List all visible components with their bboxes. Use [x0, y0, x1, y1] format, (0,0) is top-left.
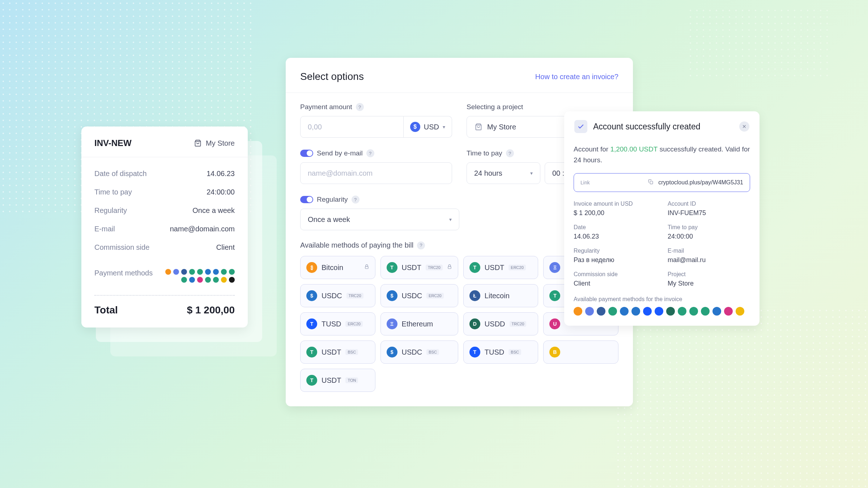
coin-icon: Ξ [387, 318, 397, 329]
time-to-pay-label: Time to pay [467, 149, 502, 157]
help-icon[interactable]: ? [352, 196, 359, 204]
currency-selector[interactable]: $ USD ▾ [404, 116, 452, 138]
summary-row: E-mailname@domain.com [94, 220, 235, 238]
info-value: INV-FUEM75 [668, 209, 750, 217]
coin-icon: $ [387, 290, 397, 301]
time-minutes-value: 00 : [552, 169, 564, 177]
time-to-pay-select[interactable]: 24 hours ▾ [467, 162, 540, 184]
info-value: 24:00:00 [668, 233, 750, 240]
coin-icon [213, 269, 219, 275]
chevron-down-icon: ▾ [530, 170, 533, 176]
regularity-toggle[interactable] [300, 196, 313, 203]
send-email-label: Send by e-mail [317, 149, 363, 157]
project-value: My Store [487, 123, 516, 131]
method-name: USDT [322, 348, 341, 356]
payment-method-option[interactable]: B [543, 341, 618, 364]
payment-method-option[interactable]: $USDCTRC20 [300, 284, 375, 307]
modal-title: Account successfully created [593, 122, 733, 132]
coin-icon [229, 269, 235, 275]
regularity-select[interactable]: Once a week ▾ [300, 209, 459, 230]
network-tag: ERC20 [509, 265, 526, 270]
link-value: cryptocloud.plus/pay/W4MG5J31 [658, 179, 743, 186]
network-tag: TON [345, 377, 358, 383]
method-name: Bitcoin [322, 264, 343, 272]
send-email-toggle[interactable] [300, 150, 313, 157]
payment-method-option[interactable]: TUSDTTON [300, 369, 375, 392]
payment-method-option[interactable]: TUSDTTRC20 [380, 256, 458, 279]
payment-method-option[interactable]: ΞEthereum [380, 312, 458, 335]
chevron-down-icon: ▾ [443, 124, 445, 130]
info-item: Invoice amount in USD$ 1 200,00 [574, 201, 656, 217]
coin-icon: T [549, 290, 560, 301]
coin-icon [666, 307, 675, 316]
payment-method-option[interactable]: TTUSDBSC [463, 341, 539, 364]
method-name: Litecoin [485, 292, 510, 300]
coin-icon: U [549, 318, 560, 329]
payment-amount-input[interactable] [300, 116, 404, 138]
info-label: Project [668, 271, 750, 278]
copy-icon[interactable] [648, 179, 653, 186]
payment-method-option[interactable]: TUSDTBSC [300, 341, 375, 364]
coin-icon [189, 277, 195, 283]
coin-icon [631, 307, 640, 316]
coin-icon [181, 277, 187, 283]
coin-icon: $ [306, 290, 317, 301]
info-value: Client [574, 280, 656, 287]
coin-icon [205, 277, 211, 283]
method-name: USDT [485, 264, 504, 272]
info-item: Date14.06.23 [574, 224, 656, 240]
coin-icon [229, 277, 235, 283]
panel-title: Select options [300, 71, 364, 82]
info-item: Commission sideClient [574, 271, 656, 287]
payment-method-option[interactable]: TUSDTERC20 [463, 256, 539, 279]
coin-icon [189, 269, 195, 275]
network-tag: TRC20 [346, 293, 363, 299]
help-icon[interactable]: ? [506, 149, 514, 157]
help-icon[interactable]: ? [356, 103, 364, 111]
summary-row: Time to pay24:00:00 [94, 183, 235, 201]
info-value: mail@mail.ru [668, 256, 750, 264]
lock-icon [447, 264, 452, 271]
payment-method-option[interactable]: DUSDDTRC20 [463, 312, 539, 335]
method-name: TUSD [485, 348, 504, 356]
info-item: Time to pay24:00:00 [668, 224, 750, 240]
method-name: USDC [322, 292, 342, 300]
summary-row: RegularityOnce a week [94, 201, 235, 220]
info-value: 14.06.23 [574, 233, 656, 240]
info-label: E-mail [668, 248, 750, 254]
coin-icon: T [387, 262, 397, 273]
coin-icon [585, 307, 594, 316]
payment-method-option[interactable]: ŁLitecoin [463, 284, 539, 307]
coin-icon [643, 307, 652, 316]
payment-method-option[interactable]: $USDCERC20 [380, 284, 458, 307]
coin-icon: Ł [469, 290, 480, 301]
payment-link-box[interactable]: Link cryptocloud.plus/pay/W4MG5J31 [574, 173, 750, 192]
total-label: Total [94, 304, 118, 316]
chevron-down-icon: ▾ [449, 217, 452, 222]
network-tag: ERC20 [426, 293, 443, 299]
payment-method-option[interactable]: TTUSDERC20 [300, 312, 375, 335]
help-icon[interactable]: ? [417, 241, 425, 249]
row-value: 14.06.23 [207, 170, 235, 178]
payment-method-option[interactable]: ₿Bitcoin [300, 256, 375, 279]
payment-method-option[interactable]: $USDCBSC [380, 341, 458, 364]
coin-icon [736, 307, 744, 316]
help-icon[interactable]: ? [366, 149, 374, 157]
coin-icon: T [469, 262, 480, 273]
network-tag: ERC20 [345, 321, 362, 327]
close-button[interactable]: ✕ [739, 121, 749, 132]
lock-icon [364, 264, 369, 271]
help-link[interactable]: How to create an invoice? [535, 73, 618, 81]
info-item: E-mailmail@mail.ru [668, 248, 750, 264]
info-value: $ 1 200,00 [574, 209, 656, 217]
regularity-value: Once a week [308, 215, 350, 224]
info-value: Раз в неделю [574, 256, 656, 264]
info-label: Date [574, 224, 656, 231]
row-value: 24:00:00 [207, 188, 235, 196]
network-tag: TRC20 [426, 265, 443, 270]
project-label: Selecting a project [467, 103, 523, 111]
regularity-label: Regularity [317, 196, 348, 204]
email-input[interactable] [300, 162, 452, 184]
coin-icon [724, 307, 733, 316]
coin-icon: T [306, 375, 317, 386]
